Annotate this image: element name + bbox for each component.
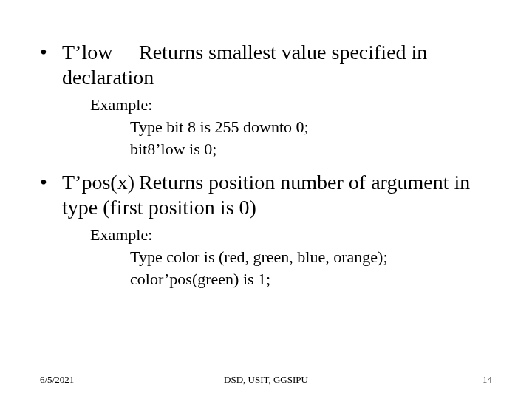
example-label: Example: bbox=[90, 224, 492, 246]
example-label: Example: bbox=[90, 94, 492, 116]
example-block: Example: Type color is (red, green, blue… bbox=[90, 224, 492, 290]
slide-footer: 6/5/2021 DSD, USIT, GGSIPU 14 bbox=[0, 374, 532, 386]
example-line: bit8’low is 0; bbox=[130, 138, 492, 160]
example-line: Type bit 8 is 255 downto 0; bbox=[130, 116, 492, 138]
attr-term: T’pos(x) bbox=[62, 170, 139, 195]
bullet-text: T’lowReturns smallest value specified in… bbox=[62, 40, 492, 89]
footer-date: 6/5/2021 bbox=[40, 374, 74, 386]
bullet-mark-icon: • bbox=[40, 40, 62, 65]
bullet-item: • T’lowReturns smallest value specified … bbox=[40, 40, 492, 89]
bullet-mark-icon: • bbox=[40, 170, 62, 195]
footer-center: DSD, USIT, GGSIPU bbox=[0, 374, 532, 386]
bullet-item: • T’pos(x)Returns position number of arg… bbox=[40, 170, 492, 219]
slide: • T’lowReturns smallest value specified … bbox=[0, 0, 532, 399]
example-block: Example: Type bit 8 is 255 downto 0; bit… bbox=[90, 94, 492, 160]
example-line: Type color is (red, green, blue, orange)… bbox=[130, 246, 492, 268]
slide-body: • T’lowReturns smallest value specified … bbox=[40, 40, 492, 301]
bullet-text: T’pos(x)Returns position number of argum… bbox=[62, 170, 492, 219]
footer-page-number: 14 bbox=[482, 374, 492, 386]
attr-term: T’low bbox=[62, 40, 139, 65]
example-line: color’pos(green) is 1; bbox=[130, 268, 492, 290]
